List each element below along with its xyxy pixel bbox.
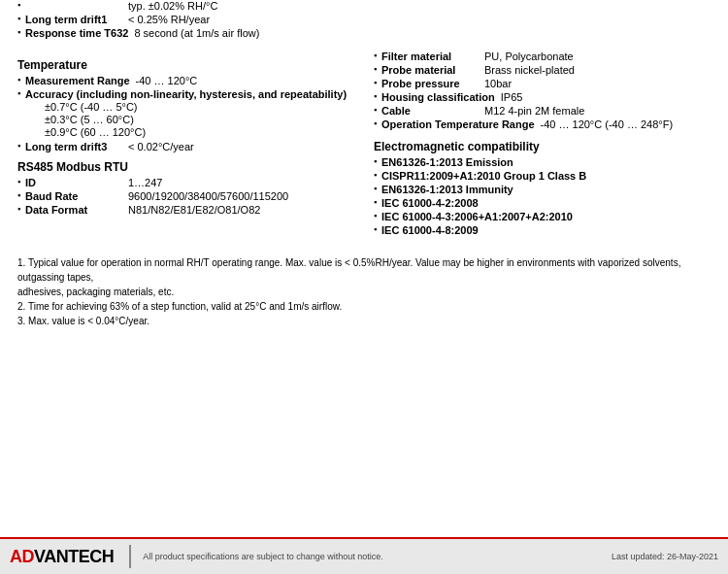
spec-value-baud: 9600/19200/38400/57600/115200 [128,190,288,202]
spec-id: ID 1…247 [17,177,354,188]
spec-label-ltd3: Long term drift3 [25,141,122,152]
accuracy-sub-values: ±0.7°C (-40 … 5°C) ±0.3°C (5 … 60°C) ±0.… [25,101,146,139]
left-column: Temperature Measurement Range -40 … 120°… [17,51,354,238]
footnote-3: 3. Max. value is < 0.04°C/year. [17,314,711,328]
spec-value-t632: 8 second (at 1m/s air flow) [134,27,259,39]
footnote-1a: 1. Typical value for operation in normal… [17,255,711,285]
accuracy-sub-1: ±0.7°C (-40 … 5°C) [45,101,146,113]
rs485-spec-list: ID 1…247 Baud Rate 9600/19200/38400/5760… [17,177,354,216]
logo-text: ADVANTECH [10,547,114,567]
spec-label-op-temp: Operation Temperature Range [381,118,535,130]
spec-label-t632: Response time T632 [25,27,128,39]
spec-filter-material: Filter material PU, Polycarbonate [374,51,711,62]
spec-response-t632: Response time T632 8 second (at 1m/s air… [17,27,711,39]
footer: ADVANTECH All product specifications are… [0,537,728,574]
spec-label-accuracy: Accuracy (including non-linearity, hyste… [25,88,347,100]
spec-label-meas-range: Measurement Range [25,75,130,86]
spec-value-cable: M12 4-pin 2M female [484,105,584,117]
spec-value-typ: typ. ±0.02% RH/°C [128,0,217,12]
spec-label-housing: Housing classification [381,91,495,103]
spec-op-temp-range: Operation Temperature Range -40 … 120°C … [374,118,711,130]
footer-logo: ADVANTECH [10,547,114,567]
footnote-2: 2. Time for achieving 63% of a step func… [17,299,711,314]
logo-ad-part: AD [10,547,34,566]
spec-value-filter: PU, Polycarbonate [484,51,574,62]
em-item-0: EN61326-1:2013 Emission [374,156,711,168]
spec-data-format: Data Format N81/N82/E81/E82/O81/O82 [17,204,354,216]
spec-label-probe-press: Probe pressure [381,78,479,89]
em-item-1: CISPR11:2009+A1:2010 Group 1 Class B [374,170,711,182]
spec-accuracy: Accuracy (including non-linearity, hyste… [17,88,354,139]
accuracy-sub-3: ±0.9°C (60 … 120°C) [45,126,146,138]
spec-value-ltd1: < 0.25% RH/year [128,14,210,25]
spec-label-id: ID [25,177,122,188]
footer-right-text: Last updated: 26-May-2021 [612,552,718,561]
em-item-3: IEC 61000-4-2:2008 [374,197,711,209]
spec-value-housing: IP65 [501,91,523,103]
footnote-1b: adhesives, packaging materials, etc. [17,285,711,299]
footer-left-text: All product specifications are subject t… [143,552,612,561]
spec-value-probe-mat: Brass nickel-plated [484,64,575,76]
main-content: Temperature Measurement Range -40 … 120°… [0,41,728,248]
spec-label-filter: Filter material [381,51,479,62]
spec-baud-rate: Baud Rate 9600/19200/38400/57600/115200 [17,190,354,202]
em-item-4: IEC 61000-4-3:2006+A1:2007+A2:2010 [374,211,711,222]
spec-label-probe-mat: Probe material [381,64,479,76]
spec-label-baud: Baud Rate [25,190,122,202]
top-partial-specs: typ. ±0.02% RH/°C Long term drift1 < 0.2… [0,0,728,39]
rs485-section-title: RS485 Modbus RTU [17,160,354,174]
spec-cable: Cable M12 4-pin 2M female [374,105,711,117]
spec-probe-material: Probe material Brass nickel-plated [374,64,711,76]
accuracy-sub-2: ±0.3°C (5 … 60°C) [45,114,146,125]
spec-value-id: 1…247 [128,177,162,188]
em-compat-list: EN61326-1:2013 Emission CISPR11:2009+A1:… [374,156,711,236]
spec-value-meas-range: -40 … 120°C [136,75,198,86]
spec-value-datafmt: N81/N82/E81/E82/O81/O82 [128,204,260,216]
spec-long-term-drift1: Long term drift1 < 0.25% RH/year [17,14,711,25]
right-top-spec-list: Filter material PU, Polycarbonate Probe … [374,51,711,130]
temperature-section-title: Temperature [17,58,354,72]
spec-probe-pressure: Probe pressure 10bar [374,78,711,89]
spec-long-term-drift3: Long term drift3 < 0.02°C/year [17,141,354,152]
spec-label-cable: Cable [381,105,479,117]
spec-label-ltd1: Long term drift1 [25,14,122,25]
spec-label-datafmt: Data Format [25,204,122,216]
spec-housing-class: Housing classification IP65 [374,91,711,103]
spec-measurement-range: Measurement Range -40 … 120°C [17,75,354,86]
em-compat-section-title: Electromagnetic compatibility [374,140,711,153]
temperature-spec-list: Measurement Range -40 … 120°C Accuracy (… [17,75,354,152]
footnotes-section: 1. Typical value for operation in normal… [0,248,728,336]
spec-typ-drift: typ. ±0.02% RH/°C [17,0,711,12]
spec-value-op-temp: -40 … 120°C (-40 … 248°F) [541,118,674,130]
spec-value-probe-press: 10bar [484,78,512,89]
spec-value-ltd3: < 0.02°C/year [128,141,194,152]
right-column: Filter material PU, Polycarbonate Probe … [374,51,711,238]
footer-divider [129,545,131,568]
em-item-5: IEC 61000-4-8:2009 [374,224,711,236]
em-item-2: EN61326-1:2013 Immunity [374,184,711,195]
logo-vantech-part: VANTECH [34,547,114,566]
